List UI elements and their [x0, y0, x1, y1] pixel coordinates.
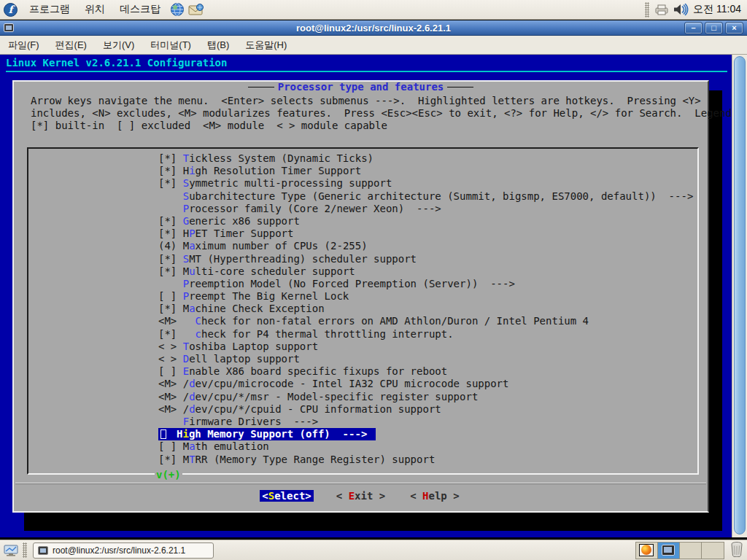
printer-icon[interactable]	[654, 1, 670, 18]
terminal-menu-item[interactable]: 보기(V)	[95, 39, 142, 52]
kernel-config-title: Linux Kernel v2.6.21.1 Configuration	[6, 57, 227, 69]
menu-item[interactable]: [*] SMT (Hyperthreading) scheduler suppo…	[28, 253, 697, 265]
show-desktop-icon[interactable]	[2, 542, 20, 559]
menuconfig-dialog: Processor type and features Arrow keys n…	[12, 80, 709, 513]
web-browser-icon[interactable]	[169, 1, 185, 18]
clock[interactable]: 오전 11:04	[690, 3, 747, 16]
terminal-menu-item[interactable]: 탭(B)	[199, 39, 237, 52]
menu-item[interactable]: <M> Check for non-fatal errors on AMD At…	[28, 315, 697, 327]
menu-item[interactable]: <M> /dev/cpu/*/cpuid - CPU information s…	[28, 403, 697, 416]
workspace-3[interactable]	[680, 542, 702, 559]
panel-menus: 프로그램위치데스크탑	[22, 0, 168, 20]
menu-item[interactable]: [*] Generic x86 support	[28, 215, 697, 228]
window-titlebar[interactable]: root@linux2:/usr/src/linux-2.6.21.1 – □ …	[0, 20, 747, 36]
scroll-more-indicator: v(+)	[155, 469, 182, 481]
dialog-button-e[interactable]: < Exit >	[334, 490, 387, 502]
title-dash	[447, 87, 473, 88]
volume-icon[interactable]	[673, 1, 689, 18]
minimize-button[interactable]: –	[684, 22, 703, 34]
firefox-window-icon	[639, 544, 654, 556]
workspace-2-active[interactable]	[658, 542, 680, 559]
dialog-button-s[interactable]: <Select>	[260, 490, 313, 502]
panel-menu-item[interactable]: 프로그램	[22, 0, 77, 20]
menu-item[interactable]: [*] Symmetric multi-processing support	[28, 177, 697, 190]
button-separator	[15, 483, 706, 484]
terminal-screen[interactable]: Linux Kernel v2.6.21.1 Configuration Pro…	[0, 55, 732, 537]
menu-item[interactable]: [ ] Enable X86 board specific fixups for…	[28, 365, 697, 378]
menu-item[interactable]: [*] Multi-core scheduler support	[28, 265, 697, 278]
trash-icon[interactable]	[730, 541, 743, 560]
email-icon[interactable]	[188, 1, 204, 18]
dialog-title: Processor type and features	[278, 81, 444, 93]
terminal-menu-item[interactable]: 파일(F)	[0, 39, 47, 52]
menu-item[interactable]: <M> /dev/cpu/microcode - Intel IA32 CPU …	[28, 378, 697, 390]
close-button[interactable]: ×	[725, 22, 743, 34]
menu-item[interactable]: Processor family (Core 2/newer Xeon) ---…	[28, 203, 697, 215]
terminal-scrollbar[interactable]	[732, 55, 747, 537]
panel-menu-item[interactable]: 위치	[77, 0, 112, 20]
menu-item[interactable]: [*] High Resolution Timer Support	[28, 165, 697, 177]
menu-item[interactable]: (4) Maximum number of CPUs (2-255)	[28, 240, 697, 252]
menu-item[interactable]: Subarchitecture Type (Generic architectu…	[28, 190, 697, 203]
help-line-2: includes, <N> excludes, <M> modularizes …	[31, 107, 732, 119]
task-button-terminal[interactable]: root@linux2:/usr/src/linux-2.6.21.1	[33, 542, 214, 559]
menu-item-selected[interactable]: High Memory Support (off) --->	[28, 428, 697, 440]
workspace-1[interactable]	[636, 542, 658, 559]
terminal-menu-item[interactable]: 터미널(T)	[142, 39, 199, 52]
panel-menu-item[interactable]: 데스크탑	[112, 0, 168, 20]
title-divider	[6, 71, 727, 72]
fedora-menu-icon[interactable]: f	[4, 3, 18, 17]
terminal-icon	[38, 546, 48, 555]
menu-item[interactable]: <M> /dev/cpu/*/msr - Model-specific regi…	[28, 391, 697, 403]
menu-item[interactable]: [*] MTRR (Memory Type Range Register) su…	[28, 454, 697, 466]
maximize-button[interactable]: □	[705, 22, 723, 34]
menu-item[interactable]: Firmware Drivers --->	[28, 416, 697, 428]
cursor-block	[160, 429, 166, 439]
menu-listbox: [*] Tickless System (Dynamic Ticks)[*] H…	[27, 147, 699, 475]
menu-item[interactable]: [*] check for P4 thermal throttling inte…	[28, 328, 697, 341]
menu-list: [*] Tickless System (Dynamic Ticks)[*] H…	[28, 152, 697, 466]
scrollbar-thumb[interactable]	[734, 56, 746, 534]
dialog-button-h[interactable]: < Help >	[408, 490, 461, 502]
menu-item[interactable]: [ ] Math emulation	[28, 440, 697, 453]
terminal-menu-item[interactable]: 편집(E)	[47, 39, 95, 52]
workspace-4[interactable]	[702, 542, 724, 559]
menu-item[interactable]: [*] Machine Check Exception	[28, 303, 697, 315]
window-title: root@linux2:/usr/src/linux-2.6.21.1	[0, 23, 747, 34]
menu-item[interactable]: [ ] Preempt The Big Kernel Lock	[28, 290, 697, 303]
workspace-switcher	[635, 542, 724, 559]
terminal-menu-item[interactable]: 도움말(H)	[237, 39, 295, 52]
taskbar: root@linux2:/usr/src/linux-2.6.21.1	[0, 540, 747, 560]
terminal-window-thumb	[662, 545, 675, 556]
menu-item[interactable]: [*] HPET Timer Support	[28, 228, 697, 240]
menu-item[interactable]: < > Toshiba Laptop support	[28, 341, 697, 353]
taskbar-drag-handle[interactable]	[23, 542, 27, 558]
menu-item[interactable]: [*] Tickless System (Dynamic Ticks)	[28, 152, 697, 165]
gnome-top-panel: f 프로그램위치데스크탑	[0, 0, 747, 20]
title-dash	[248, 87, 274, 88]
menu-item[interactable]: Preemption Model (No Forced Preemption (…	[28, 278, 697, 290]
task-button-label: root@linux2:/usr/src/linux-2.6.21.1	[53, 545, 185, 556]
menu-item[interactable]: < > Dell laptop support	[28, 353, 697, 365]
help-line-1: Arrow keys navigate the menu. <Enter> se…	[31, 95, 701, 106]
panel-drag-handle[interactable]	[645, 2, 649, 18]
help-line-3: [*] built-in [ ] excluded <M> module < >…	[31, 120, 387, 131]
dialog-buttons: <Select>< Exit >< Help >	[14, 490, 708, 502]
terminal-menubar: 파일(F)편집(E)보기(V)터미널(T)탭(B)도움말(H)	[0, 36, 747, 55]
